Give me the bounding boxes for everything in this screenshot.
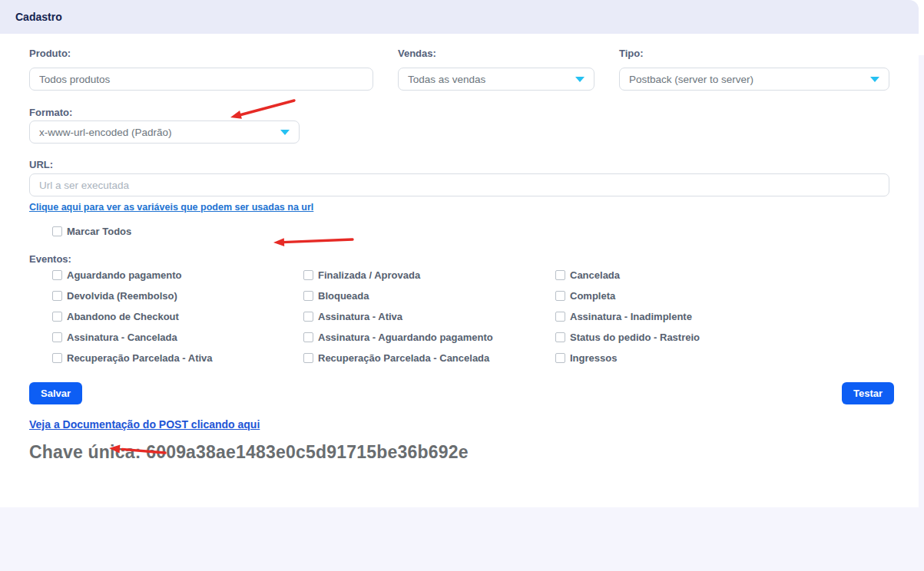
- evento-row: Assinatura - Inadimplente: [555, 306, 801, 327]
- chevron-down-icon: [870, 77, 879, 82]
- evento-checkbox[interactable]: [52, 332, 62, 342]
- evento-row: Recuperação Parcelada - Ativa: [52, 348, 298, 368]
- post-documentation-link[interactable]: Veja a Documentação do POST clicando aqu…: [29, 418, 260, 431]
- tipo-select[interactable]: Postback (server to server): [619, 68, 889, 91]
- marcar-todos-row: Marcar Todos: [52, 221, 131, 242]
- evento-row: Assinatura - Aguardando pagamento: [303, 327, 549, 348]
- evento-checkbox[interactable]: [52, 353, 62, 363]
- evento-label[interactable]: Abandono de Checkout: [67, 311, 179, 322]
- evento-checkbox[interactable]: [555, 291, 565, 301]
- evento-checkbox[interactable]: [303, 353, 313, 363]
- evento-label[interactable]: Recuperação Parcelada - Ativa: [67, 352, 213, 364]
- eventos-column-1: Aguardando pagamento Devolvida (Reembols…: [52, 265, 298, 368]
- chevron-down-icon: [280, 130, 290, 135]
- url-variables-link[interactable]: Clique aqui para ver as variáveis que po…: [29, 202, 313, 213]
- evento-label[interactable]: Assinatura - Cancelada: [67, 332, 177, 343]
- evento-row: Devolvida (Reembolso): [52, 286, 298, 306]
- formato-select[interactable]: x-www-url-encoded (Padrão): [29, 120, 300, 144]
- url-label: URL:: [29, 159, 53, 170]
- evento-checkbox[interactable]: [303, 332, 313, 342]
- evento-label[interactable]: Finalizada / Aprovada: [318, 269, 420, 281]
- evento-label[interactable]: Assinatura - Inadimplente: [570, 311, 692, 322]
- eventos-label: Eventos:: [29, 253, 71, 265]
- evento-checkbox[interactable]: [303, 270, 313, 280]
- evento-row: Completa: [555, 286, 801, 306]
- evento-checkbox[interactable]: [52, 291, 62, 301]
- marcar-todos-label[interactable]: Marcar Todos: [67, 226, 131, 237]
- evento-row: Status do pedido - Rastreio: [555, 327, 801, 348]
- tipo-selected-value: Postback (server to server): [629, 74, 753, 85]
- cadastro-card: Cadastro Produto: Vendas: Todas as venda…: [0, 0, 919, 507]
- unique-key-value: 6009a38ae1483e0c5d91715be36b692e: [146, 442, 469, 462]
- produto-input[interactable]: [29, 68, 373, 91]
- evento-row: Aguardando pagamento: [52, 265, 298, 286]
- vendas-select[interactable]: Todas as vendas: [398, 68, 594, 91]
- section-header: Cadastro: [0, 0, 919, 34]
- evento-row: Ingressos: [555, 348, 801, 368]
- evento-label[interactable]: Devolvida (Reembolso): [67, 290, 177, 302]
- evento-checkbox[interactable]: [303, 291, 313, 301]
- evento-row: Cancelada: [555, 265, 801, 286]
- evento-checkbox[interactable]: [303, 312, 313, 322]
- evento-label[interactable]: Completa: [570, 290, 615, 302]
- produto-label: Produto:: [29, 48, 71, 59]
- chevron-down-icon: [575, 77, 585, 82]
- url-input[interactable]: [29, 173, 889, 196]
- evento-label[interactable]: Bloqueada: [318, 290, 369, 302]
- marcar-todos-checkbox[interactable]: [52, 226, 62, 236]
- evento-label[interactable]: Aguardando pagamento: [67, 269, 182, 281]
- save-button[interactable]: Salvar: [29, 382, 82, 404]
- evento-checkbox[interactable]: [555, 270, 565, 280]
- evento-checkbox[interactable]: [555, 312, 565, 322]
- evento-row: Abandono de Checkout: [52, 306, 298, 327]
- formato-selected-value: x-www-url-encoded (Padrão): [39, 127, 172, 138]
- evento-row: Recuperação Parcelada - Cancelada: [303, 348, 549, 368]
- evento-checkbox[interactable]: [52, 270, 62, 280]
- evento-label[interactable]: Ingressos: [570, 352, 617, 364]
- evento-checkbox[interactable]: [52, 312, 62, 322]
- eventos-column-2: Finalizada / Aprovada Bloqueada Assinatu…: [303, 265, 549, 368]
- eventos-column-3: Cancelada Completa Assinatura - Inadimpl…: [555, 265, 801, 368]
- section-title: Cadastro: [15, 11, 62, 23]
- evento-row: Bloqueada: [303, 286, 549, 306]
- unique-key: Chave única: 6009a38ae1483e0c5d91715be36…: [29, 442, 469, 463]
- evento-label[interactable]: Assinatura - Ativa: [318, 311, 402, 322]
- evento-row: Assinatura - Cancelada: [52, 327, 298, 348]
- test-button[interactable]: Testar: [842, 382, 894, 404]
- evento-row: Assinatura - Ativa: [303, 306, 549, 327]
- unique-key-label: Chave única:: [29, 442, 141, 462]
- evento-checkbox[interactable]: [555, 353, 565, 363]
- vendas-selected-value: Todas as vendas: [408, 74, 485, 85]
- evento-label[interactable]: Cancelada: [570, 269, 620, 281]
- tipo-label: Tipo:: [619, 48, 644, 59]
- evento-checkbox[interactable]: [555, 332, 565, 342]
- evento-label[interactable]: Status do pedido - Rastreio: [570, 332, 700, 343]
- evento-row: Finalizada / Aprovada: [303, 265, 549, 286]
- evento-label[interactable]: Assinatura - Aguardando pagamento: [318, 332, 493, 343]
- evento-label[interactable]: Recuperação Parcelada - Cancelada: [318, 352, 489, 364]
- vendas-label: Vendas:: [398, 48, 436, 59]
- formato-label: Formato:: [29, 107, 72, 118]
